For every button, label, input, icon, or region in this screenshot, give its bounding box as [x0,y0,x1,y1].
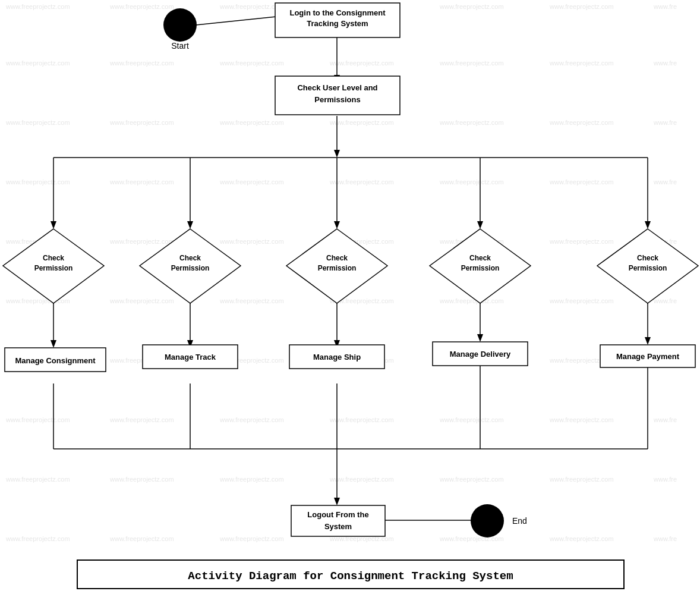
svg-text:www.freeprojectz.com: www.freeprojectz.com [549,3,614,10]
svg-text:www.freeprojectz.com: www.freeprojectz.com [109,119,174,126]
svg-text:www.fre: www.fre [653,59,677,67]
manage-consignment-text: Manage Consignment [15,356,96,365]
logout-text2: System [324,522,352,531]
end-circle [471,504,504,537]
svg-text:www.freeprojectz.com: www.freeprojectz.com [549,416,614,423]
check-user-text1: Check User Level and [297,83,377,92]
diamond-3-text2: Permission [318,264,357,272]
manage-payment-text: Manage Payment [616,352,680,361]
svg-text:www.freeprojectz.com: www.freeprojectz.com [219,238,284,245]
svg-text:www.freeprojectz.com: www.freeprojectz.com [109,238,174,245]
check-user-text2: Permissions [314,95,360,104]
svg-text:www.fre: www.fre [653,178,677,186]
svg-text:www.freeprojectz.com: www.freeprojectz.com [219,535,284,542]
diagram-container: www.freeprojectz.com www.freeprojectz.co… [0,0,700,591]
svg-marker-77 [51,221,56,229]
svg-marker-79 [187,221,193,229]
login-text-line1: Login to the Consignment [289,8,386,17]
svg-marker-74 [334,150,340,158]
svg-text:www.freeprojectz.com: www.freeprojectz.com [5,476,70,483]
svg-text:www.freeprojectz.com: www.freeprojectz.com [549,297,614,304]
svg-text:www.freeprojectz.com: www.freeprojectz.com [109,476,174,483]
svg-text:www.freeprojectz.com: www.freeprojectz.com [439,3,504,10]
svg-text:www.fre: www.fre [653,476,677,483]
svg-text:www.freeprojectz.com: www.freeprojectz.com [549,476,614,483]
svg-text:www.freeprojectz.com: www.freeprojectz.com [219,119,284,126]
svg-line-70 [196,17,276,25]
svg-marker-83 [477,221,483,229]
svg-text:www.freeprojectz.com: www.freeprojectz.com [109,535,174,542]
diamond-4-text1: Check [469,254,491,262]
svg-text:www.fre: www.fre [653,297,677,304]
svg-text:www.freeprojectz.com: www.freeprojectz.com [109,178,174,186]
svg-text:www.freeprojectz.com: www.freeprojectz.com [5,178,70,186]
svg-text:www.fre: www.fre [653,416,677,423]
svg-text:www.freeprojectz.com: www.freeprojectz.com [439,297,504,304]
svg-text:www.freeprojectz.com: www.freeprojectz.com [109,416,174,423]
start-circle [163,8,197,42]
svg-text:www.freeprojectz.com: www.freeprojectz.com [549,178,614,186]
svg-text:www.freeprojectz.com: www.freeprojectz.com [109,3,174,10]
diamond-1-text2: Permission [34,264,73,272]
svg-text:www.fre: www.fre [653,3,677,10]
svg-text:www.freeprojectz.com: www.freeprojectz.com [329,476,394,483]
manage-track-text: Manage Track [165,353,216,361]
svg-text:www.freeprojectz.com: www.freeprojectz.com [5,535,70,542]
diagram-title: Activity Diagram for Consignment Trackin… [188,570,513,583]
svg-text:www.freeprojectz.com: www.freeprojectz.com [219,476,284,483]
svg-text:www.freeprojectz.com: www.freeprojectz.com [219,178,284,186]
svg-text:www.freeprojectz.com: www.freeprojectz.com [549,119,614,126]
start-label: Start [171,41,189,51]
svg-text:www.freeprojectz.com: www.freeprojectz.com [329,59,394,67]
svg-text:www.freeprojectz.com: www.freeprojectz.com [549,59,614,67]
diamond-2-text2: Permission [171,264,210,272]
svg-marker-103 [334,498,340,505]
svg-text:www.freeprojectz.com: www.freeprojectz.com [5,119,70,126]
svg-marker-85 [645,221,651,229]
svg-text:www.freeprojectz.com: www.freeprojectz.com [439,476,504,483]
diamond-5-text1: Check [637,254,658,262]
svg-marker-81 [334,221,340,229]
svg-text:www.freeprojectz.com: www.freeprojectz.com [329,119,394,126]
svg-text:www.freeprojectz.com: www.freeprojectz.com [219,3,284,10]
manage-delivery-text: Manage Delivery [450,350,511,359]
diamond-3-text1: Check [326,254,348,262]
manage-ship-text: Manage Ship [313,353,361,361]
svg-text:www.fre: www.fre [653,535,677,542]
svg-text:www.freeprojectz.com: www.freeprojectz.com [439,59,504,67]
login-text-line2: Tracking System [307,19,368,28]
diamond-1-text1: Check [43,254,64,262]
svg-text:www.fre: www.fre [653,119,677,126]
svg-text:www.freeprojectz.com: www.freeprojectz.com [549,238,614,245]
svg-text:www.freeprojectz.com: www.freeprojectz.com [109,59,174,67]
svg-text:www.freeprojectz.com: www.freeprojectz.com [5,59,70,67]
diamond-5-text2: Permission [629,264,667,272]
svg-text:www.freeprojectz.com: www.freeprojectz.com [5,3,70,10]
svg-text:www.freeprojectz.com: www.freeprojectz.com [549,535,614,542]
svg-marker-87 [51,340,56,348]
svg-text:www.freeprojectz.com: www.freeprojectz.com [5,416,70,423]
svg-text:www.freeprojectz.com: www.freeprojectz.com [439,416,504,423]
svg-text:www.freeprojectz.com: www.freeprojectz.com [329,416,394,423]
svg-text:www.freeprojectz.com: www.freeprojectz.com [109,297,174,304]
svg-text:www.freeprojectz.com: www.freeprojectz.com [219,297,284,304]
svg-text:www.freeprojectz.com: www.freeprojectz.com [439,119,504,126]
svg-text:www.freeprojectz.com: www.freeprojectz.com [439,535,504,542]
diamond-2-text1: Check [179,254,201,262]
end-label: End [512,516,527,526]
logout-text1: Logout From the [307,510,368,519]
svg-marker-95 [645,337,651,345]
svg-text:www.freeprojectz.com: www.freeprojectz.com [219,59,284,67]
diamond-4-text2: Permission [461,264,500,272]
svg-text:www.freeprojectz.com: www.freeprojectz.com [219,416,284,423]
svg-marker-93 [477,334,483,342]
svg-text:www.freeprojectz.com: www.freeprojectz.com [439,178,504,186]
svg-text:www.freeprojectz.com: www.freeprojectz.com [329,178,394,186]
